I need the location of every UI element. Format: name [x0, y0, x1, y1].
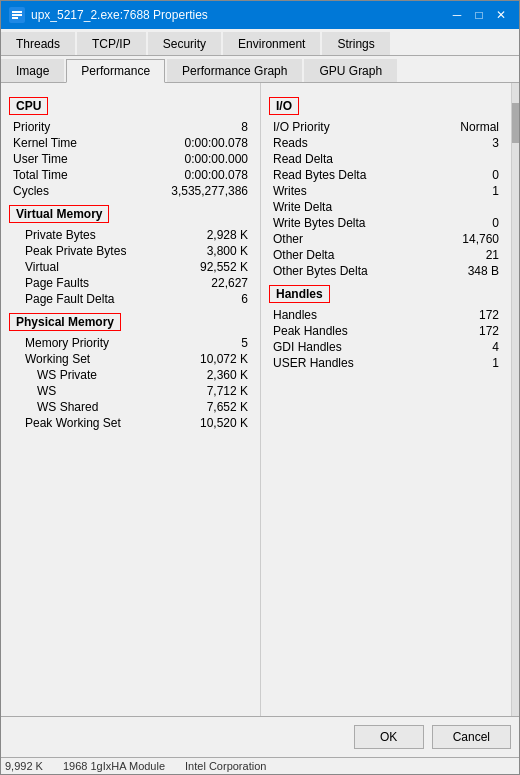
io-other-delta-row: Other Delta 21	[269, 247, 503, 263]
vm-private-label: Private Bytes	[25, 228, 96, 242]
left-panel: CPU Priority 8 Kernel Time 0:00:00.078 U…	[1, 83, 261, 716]
status-bar: 9,992 K 1968 1gIxHA Module Intel Corpora…	[1, 757, 519, 774]
tab-performance[interactable]: Performance	[66, 59, 165, 83]
io-read-bytes-delta-row: Read Bytes Delta 0	[269, 167, 503, 183]
cpu-kernel-value: 0:00:00.078	[168, 136, 248, 150]
io-read-delta-value	[419, 152, 499, 166]
pm-memory-priority-label: Memory Priority	[25, 336, 109, 350]
handles-label: Handles	[273, 308, 317, 322]
tab-security[interactable]: Security	[148, 32, 221, 55]
io-reads-label: Reads	[273, 136, 308, 150]
cpu-user-row: User Time 0:00:00.000	[9, 151, 252, 167]
cpu-kernel-row: Kernel Time 0:00:00.078	[9, 135, 252, 151]
vm-page-faults-value: 22,627	[168, 276, 248, 290]
status-middle: 1968 1gIxHA Module	[63, 760, 165, 772]
cpu-priority-label: Priority	[13, 120, 50, 134]
vm-page-fault-delta-value: 6	[168, 292, 248, 306]
cpu-total-label: Total Time	[13, 168, 68, 182]
user-handles-row: USER Handles 1	[269, 355, 503, 371]
tab-gpu-graph[interactable]: GPU Graph	[304, 59, 397, 82]
pm-peak-working-set-row: Peak Working Set 10,520 K	[9, 415, 252, 431]
vm-virtual-row: Virtual 92,552 K	[9, 259, 252, 275]
io-other-bytes-delta-row: Other Bytes Delta 348 B	[269, 263, 503, 279]
io-write-bytes-delta-value: 0	[419, 216, 499, 230]
vm-page-faults-row: Page Faults 22,627	[9, 275, 252, 291]
pm-ws-value: 7,712 K	[168, 384, 248, 398]
cpu-user-value: 0:00:00.000	[168, 152, 248, 166]
cpu-cycles-label: Cycles	[13, 184, 49, 198]
io-priority-value: Normal	[419, 120, 499, 134]
io-other-delta-label: Other Delta	[273, 248, 334, 262]
handles-row: Handles 172	[269, 307, 503, 323]
right-panel: I/O I/O Priority Normal Reads 3 Read Del…	[261, 83, 511, 716]
pm-ws-private-row: WS Private 2,360 K	[9, 367, 252, 383]
pm-ws-shared-value: 7,652 K	[168, 400, 248, 414]
app-icon	[9, 7, 25, 23]
cancel-button[interactable]: Cancel	[432, 725, 511, 749]
io-priority-row: I/O Priority Normal	[269, 119, 503, 135]
svg-rect-3	[12, 17, 18, 19]
tab-row-2: Image Performance Performance Graph GPU …	[1, 56, 519, 83]
svg-rect-2	[12, 14, 22, 16]
window-title: upx_5217_2.exe:7688 Properties	[31, 8, 208, 22]
vm-private-row: Private Bytes 2,928 K	[9, 227, 252, 243]
scrollbar[interactable]	[511, 83, 519, 716]
pm-working-set-label: Working Set	[25, 352, 90, 366]
peak-handles-row: Peak Handles 172	[269, 323, 503, 339]
vm-private-value: 2,928 K	[168, 228, 248, 242]
bottom-bar: OK Cancel	[1, 716, 519, 757]
cpu-total-row: Total Time 0:00:00.078	[9, 167, 252, 183]
pm-ws-private-label: WS Private	[37, 368, 97, 382]
tab-row-1: Threads TCP/IP Security Environment Stri…	[1, 29, 519, 56]
gdi-handles-label: GDI Handles	[273, 340, 342, 354]
vm-page-fault-delta-label: Page Fault Delta	[25, 292, 114, 306]
tab-environment[interactable]: Environment	[223, 32, 320, 55]
gdi-handles-row: GDI Handles 4	[269, 339, 503, 355]
tab-tcpip[interactable]: TCP/IP	[77, 32, 146, 55]
io-reads-value: 3	[419, 136, 499, 150]
io-priority-label: I/O Priority	[273, 120, 330, 134]
pm-peak-working-set-value: 10,520 K	[168, 416, 248, 430]
pm-ws-private-value: 2,360 K	[168, 368, 248, 382]
pm-ws-shared-row: WS Shared 7,652 K	[9, 399, 252, 415]
pm-peak-working-set-label: Peak Working Set	[25, 416, 121, 430]
scroll-thumb[interactable]	[512, 103, 519, 143]
handles-value: 172	[419, 308, 499, 322]
io-other-row: Other 14,760	[269, 231, 503, 247]
tab-threads[interactable]: Threads	[1, 32, 75, 55]
minimize-button[interactable]: ─	[447, 6, 467, 24]
vm-peak-private-row: Peak Private Bytes 3,800 K	[9, 243, 252, 259]
io-read-bytes-delta-value: 0	[419, 168, 499, 182]
io-writes-label: Writes	[273, 184, 307, 198]
io-writes-value: 1	[419, 184, 499, 198]
title-bar-left: upx_5217_2.exe:7688 Properties	[9, 7, 208, 23]
tab-image[interactable]: Image	[1, 59, 64, 82]
cpu-kernel-label: Kernel Time	[13, 136, 77, 150]
pm-memory-priority-row: Memory Priority 5	[9, 335, 252, 351]
vm-page-fault-delta-row: Page Fault Delta 6	[9, 291, 252, 307]
io-writes-row: Writes 1	[269, 183, 503, 199]
ok-button[interactable]: OK	[354, 725, 424, 749]
close-button[interactable]: ✕	[491, 6, 511, 24]
pm-working-set-row: Working Set 10,072 K	[9, 351, 252, 367]
peak-handles-label: Peak Handles	[273, 324, 348, 338]
user-handles-label: USER Handles	[273, 356, 354, 370]
cpu-user-label: User Time	[13, 152, 68, 166]
content-area: CPU Priority 8 Kernel Time 0:00:00.078 U…	[1, 83, 519, 716]
tab-perf-graph[interactable]: Performance Graph	[167, 59, 302, 82]
cpu-cycles-row: Cycles 3,535,277,386	[9, 183, 252, 199]
tab-strings[interactable]: Strings	[322, 32, 389, 55]
button-row: OK Cancel	[9, 725, 511, 749]
cpu-cycles-value: 3,535,277,386	[168, 184, 248, 198]
cpu-total-value: 0:00:00.078	[168, 168, 248, 182]
pm-ws-row: WS 7,712 K	[9, 383, 252, 399]
io-read-delta-label: Read Delta	[273, 152, 333, 166]
io-read-bytes-delta-label: Read Bytes Delta	[273, 168, 366, 182]
io-write-bytes-delta-row: Write Bytes Delta 0	[269, 215, 503, 231]
maximize-button[interactable]: □	[469, 6, 489, 24]
io-reads-row: Reads 3	[269, 135, 503, 151]
cpu-priority-value: 8	[168, 120, 248, 134]
io-write-delta-value	[419, 200, 499, 214]
vm-peak-private-value: 3,800 K	[168, 244, 248, 258]
pm-ws-shared-label: WS Shared	[37, 400, 98, 414]
